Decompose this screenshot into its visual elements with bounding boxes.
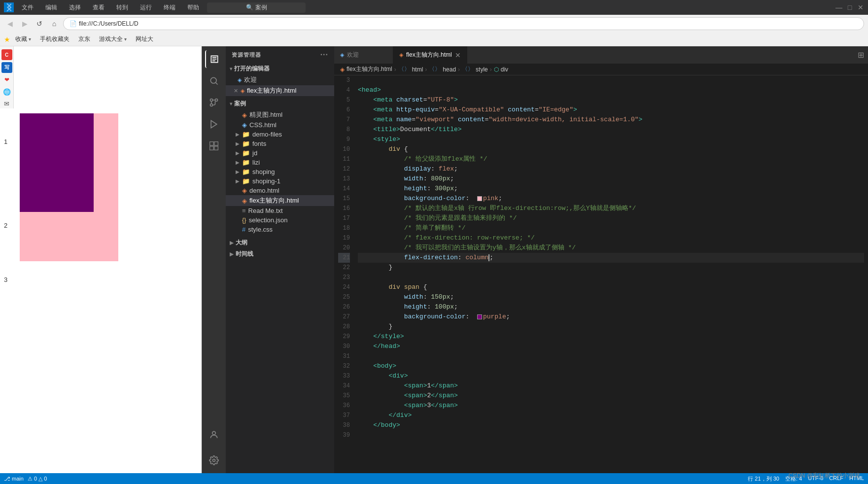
bookmark-jd[interactable]: 京东 [74,34,94,44]
account-activity-icon[interactable] [205,426,223,444]
menu-select[interactable]: 选择 [65,2,85,13]
breadcrumb-file-icon: ◈ [340,66,345,73]
shoping-arrow: ▶ [236,169,240,174]
extensions-activity-icon[interactable] [205,137,223,155]
svg-rect-9 [214,146,218,150]
bookmark-mobile[interactable]: 手机收藏夹 [36,34,73,44]
flex-tab-name: flex主轴方向.html [406,51,452,59]
preview-pink-box [20,113,118,261]
folder-shoping-1[interactable]: ▶ 📁 shoping-1 [226,176,334,186]
bookmark-favorites[interactable]: 收藏 ▾ [11,34,35,44]
code-editor[interactable]: 3 4 5 6 7 8 9 10 11 12 13 14 15 16 17 18… [334,75,868,473]
search-activity-icon[interactable] [205,72,223,90]
code-content[interactable]: <head> <meta charset="UTF-8"> <meta http… [354,75,868,473]
folder-shoping[interactable]: ▶ 📁 shoping [226,167,334,176]
menu-view[interactable]: 查看 [89,2,108,13]
bookmark-games[interactable]: 游戏大全 ▾ [95,34,131,44]
browser-sidebar-icon5[interactable]: ✉ [2,99,12,108]
open-file-welcome[interactable]: ◈ 欢迎 [226,74,334,85]
svg-point-10 [212,431,216,435]
browser-preview: C 写 ❤ 🌐 ✉ 1 2 3 [0,46,202,473]
code-line-17: /* 我们的元素是跟着主轴来排列的 */ [358,213,864,223]
open-file-flex-html[interactable]: ✕ ◈ flex主轴方向.html [226,85,334,96]
menu-terminal[interactable]: 终端 [160,2,179,13]
status-errors[interactable]: ⚠ 0 △ 0 [28,476,47,482]
code-line-22: } [358,263,864,273]
close-flex-icon[interactable]: ✕ [234,88,238,94]
code-line-12: display: flex; [358,164,864,174]
file-selection-json[interactable]: ▶ {} selection.json [226,215,334,225]
breadcrumb-html-icon: 〈〉 [398,65,410,73]
code-line-6: <meta http-equiv="X-UA-Compatible" conte… [358,105,864,115]
flex-html-file-label: flex主轴方向.html [249,196,299,205]
tab-welcome[interactable]: ◈ 欢迎 [334,46,393,64]
breadcrumb-div[interactable]: div [501,66,508,73]
home-button[interactable]: ⌂ [48,18,60,30]
folder-demo-files[interactable]: ▶ 📁 demo-files [226,130,334,139]
svg-point-3 [215,99,218,102]
demo-files-icon: 📁 [242,131,250,138]
browser-sidebar-icon2[interactable]: 写 [1,62,12,73]
code-line-39 [358,430,864,440]
split-editor-button[interactable]: ⊞ [853,46,868,64]
file-jinglingtu[interactable]: ▶ ◈ 精灵图.html [226,109,334,120]
back-button[interactable]: ◀ [4,18,16,30]
code-line-4: <head> [358,85,864,95]
timeline-header[interactable]: ▶ 时间线 [226,248,334,260]
menu-file[interactable]: 文件 [18,2,37,13]
outline-arrow: ▶ [230,240,234,245]
project-arrow: ▾ [230,101,232,106]
breadcrumb-file[interactable]: flex主轴方向.html [347,65,392,73]
minimize-button[interactable]: — [835,4,842,11]
breadcrumb-head[interactable]: head [443,66,456,73]
debug-activity-icon[interactable] [205,115,223,133]
browser-sidebar-csdn[interactable]: C [1,49,12,60]
reload-button[interactable]: ↺ [34,18,45,30]
file-style-css[interactable]: ▶ # style.css [226,225,334,234]
address-bar[interactable]: 📄 file:///C:/Users/DELL/D [63,17,864,30]
folder-fonts[interactable]: ▶ 📁 fonts [226,139,334,148]
watermark: CSDN @彩虹桥下的小浙猪 [788,472,860,480]
demo-html-label: demo.html [249,187,279,194]
flex-tab-close[interactable]: ✕ [455,51,461,59]
code-line-10: div { [358,144,864,154]
folder-lizi[interactable]: ▶ 📁 lizi [226,158,334,167]
code-line-28: } [358,322,864,332]
file-flex-html[interactable]: ▶ ◈ flex主轴方向.html [226,195,334,206]
outline-label: 大纲 [236,239,247,247]
forward-button[interactable]: ▶ [19,18,31,30]
search-box[interactable]: 🔍 案例 [207,2,306,13]
editor-tabbar: ◈ 欢迎 ◈ flex主轴方向.html ✕ ⊞ [334,46,868,64]
open-editors-header[interactable]: ▾ 打开的编辑器 [226,63,334,74]
breadcrumb-html[interactable]: html [412,66,423,73]
maximize-button[interactable]: □ [846,4,853,11]
browser-sidebar-icon3[interactable]: ❤ [2,75,12,85]
project-header[interactable]: ▾ 案例 [226,98,334,109]
status-branch[interactable]: ⎇ main [4,476,24,482]
menu-help[interactable]: 帮助 [183,2,203,13]
bookmarks-bar: ★ 收藏 ▾ 手机收藏夹 京东 游戏大全 ▾ 网址大 [0,33,868,46]
project-label: 案例 [234,100,246,108]
file-demo-html[interactable]: ▶ ◈ demo.html [226,186,334,195]
tab-flex-html[interactable]: ◈ flex主轴方向.html ✕ [393,46,467,64]
file-readme[interactable]: ▶ ≡ Read Me.txt [226,206,334,215]
settings-activity-icon[interactable] [205,451,223,469]
breadcrumb-style[interactable]: style [476,66,488,73]
css-label: CSS.html [249,121,277,129]
menu-goto[interactable]: 转到 [112,2,132,13]
explorer-more-button[interactable]: ··· [320,50,328,59]
file-css[interactable]: ▶ ◈ CSS.html [226,120,334,130]
folder-jd[interactable]: ▶ 📁 jd [226,148,334,158]
browser-sidebar-icon4[interactable]: 🌐 [2,87,12,97]
files-icon[interactable] [205,50,223,68]
welcome-tab-name: 欢迎 [347,51,359,59]
svg-point-11 [213,459,215,462]
menu-run[interactable]: 运行 [136,2,156,13]
close-button[interactable]: ✕ [857,4,864,11]
svg-marker-5 [211,121,217,128]
menu-edit[interactable]: 编辑 [41,2,61,13]
outline-header[interactable]: ▶ 大纲 [226,237,334,248]
bookmark-sites[interactable]: 网址大 [132,34,157,44]
shoping-icon: 📁 [242,168,250,175]
git-activity-icon[interactable] [205,94,223,111]
